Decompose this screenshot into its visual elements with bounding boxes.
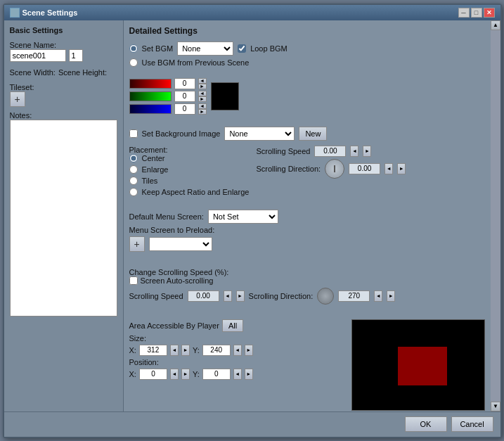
- pos-x-input[interactable]: [139, 369, 167, 380]
- blue-color-bar[interactable]: [129, 104, 172, 114]
- auto-scroll-dir-label: Scrolling Direction:: [249, 292, 314, 300]
- area-player-all-button[interactable]: All: [222, 319, 243, 332]
- scene-dimensions-row: Scene Width: Scene Height:: [10, 68, 117, 77]
- green-down-arrow[interactable]: ►: [198, 96, 207, 102]
- size-xy-row: X: ◄ ► Y: ◄ ►: [129, 345, 346, 356]
- enlarge-label: Enlarge: [142, 165, 169, 174]
- notes-area[interactable]: [10, 120, 117, 317]
- auto-scroll-row: Screen Auto-scrolling: [129, 276, 485, 285]
- green-slider-row: ◄ ►: [129, 91, 207, 102]
- red-color-bar[interactable]: [129, 79, 172, 89]
- pos-x-right-arrow[interactable]: ►: [181, 369, 190, 380]
- bgm-dropdown[interactable]: None: [177, 41, 233, 56]
- green-spin: ◄ ►: [198, 91, 207, 102]
- bgm-section: Set BGM None Loop BGM: [129, 41, 485, 56]
- placement-radios: Center Enlarge Tiles Keep Aspect Ra: [129, 154, 250, 198]
- placement-section: Placement: Center Enlarge Tiles: [129, 146, 485, 198]
- tiles-radio[interactable]: [129, 177, 138, 185]
- red-value-input[interactable]: [174, 78, 195, 89]
- knob-indicator: [334, 165, 335, 172]
- loop-bgm-checkbox[interactable]: [238, 44, 246, 53]
- menu-preload-dropdown[interactable]: [149, 237, 212, 251]
- bg-image-row: Set Background Image None New: [129, 127, 485, 141]
- direction-knob[interactable]: [325, 159, 344, 179]
- menu-preload-label: Menu Screen to Preload:: [129, 226, 215, 234]
- auto-scroll-speed-input[interactable]: [188, 290, 219, 302]
- add-tileset-button[interactable]: +: [10, 91, 25, 107]
- auto-scroll-direction-knob[interactable]: [317, 288, 334, 305]
- scrolling-section: Scrolling Speed ◄ ► Scrolling Direction:…: [256, 146, 406, 198]
- center-label: Center: [142, 154, 165, 162]
- scrolling-direction-input[interactable]: [349, 163, 380, 174]
- scroll-dir-left-arrow[interactable]: ◄: [385, 163, 393, 174]
- auto-scroll-speed-left-arrow[interactable]: ◄: [224, 290, 232, 302]
- add-menu-preload-button[interactable]: +: [129, 236, 145, 252]
- detailed-settings-header: Detailed Settings: [129, 26, 485, 36]
- new-button[interactable]: New: [299, 127, 327, 141]
- red-slider-row: ◄ ►: [129, 78, 207, 89]
- auto-scroll-dir-right-arrow[interactable]: ►: [387, 290, 395, 302]
- change-scroll-label: Change Scrolling Speed (%):: [129, 268, 485, 276]
- blue-down-arrow[interactable]: ►: [198, 109, 207, 115]
- scroll-dir-right-arrow[interactable]: ►: [397, 163, 406, 174]
- auto-scroll-dir-input[interactable]: [338, 290, 370, 302]
- default-menu-dropdown[interactable]: Not Set: [208, 210, 278, 224]
- area-red-rect: [398, 347, 447, 385]
- scroll-speed-right-arrow[interactable]: ►: [363, 146, 371, 157]
- size-y-left-arrow[interactable]: ◄: [233, 345, 242, 356]
- tileset-label: Tileset:: [10, 83, 117, 91]
- red-up-arrow[interactable]: ◄: [198, 78, 207, 84]
- pos-x-left-arrow[interactable]: ◄: [170, 369, 179, 380]
- cancel-button[interactable]: Cancel: [451, 416, 493, 432]
- titlebar-left: Scene Settings: [10, 8, 78, 18]
- scroll-track[interactable]: [491, 30, 500, 402]
- use-bgm-prev-radio[interactable]: [129, 58, 138, 67]
- center-radio-row: Center: [129, 154, 250, 162]
- size-x-right-arrow[interactable]: ►: [181, 345, 190, 356]
- scene-name-input[interactable]: [10, 49, 66, 62]
- minimize-button[interactable]: ─: [458, 8, 470, 18]
- size-y-input[interactable]: [202, 345, 231, 356]
- blue-slider-row: ◄ ►: [129, 103, 207, 115]
- keep-aspect-radio[interactable]: [129, 188, 138, 196]
- maximize-button[interactable]: □: [471, 8, 482, 18]
- basic-settings-header: Basic Settings: [10, 26, 117, 34]
- enlarge-radio[interactable]: [129, 165, 138, 174]
- close-button[interactable]: ✕: [484, 8, 495, 18]
- size-x-left-arrow[interactable]: ◄: [170, 345, 179, 356]
- scroll-down-button[interactable]: ▼: [491, 402, 500, 411]
- bg-image-dropdown[interactable]: None: [224, 127, 295, 141]
- center-radio[interactable]: [129, 154, 138, 162]
- position-label: Position:: [129, 358, 159, 366]
- set-bgm-radio[interactable]: [129, 44, 138, 53]
- screen-auto-scroll-checkbox[interactable]: [129, 276, 138, 285]
- blue-value-input[interactable]: [174, 103, 195, 115]
- scrolling-speed-input[interactable]: [314, 146, 346, 157]
- pos-y-right-arrow[interactable]: ►: [245, 369, 253, 380]
- scroll-up-button[interactable]: ▲: [491, 20, 500, 30]
- green-color-bar[interactable]: [129, 91, 172, 101]
- scene-name-field: Scene Name:: [10, 41, 117, 64]
- use-bgm-prev-label: Use BGM from Previous Scene: [142, 58, 250, 67]
- pos-y-input[interactable]: [202, 369, 231, 380]
- green-up-arrow[interactable]: ◄: [198, 91, 207, 96]
- blue-up-arrow[interactable]: ◄: [198, 103, 207, 109]
- color-sliders-group: ◄ ► ◄ ►: [129, 78, 485, 115]
- position-label-row: Position:: [129, 358, 346, 366]
- red-down-arrow[interactable]: ►: [198, 84, 207, 89]
- default-menu-label: Default Menu Screen:: [129, 212, 204, 221]
- scene-num-input[interactable]: [69, 49, 83, 62]
- detailed-settings-panel: Detailed Settings Set BGM None Loop BGM …: [124, 20, 491, 411]
- size-x-input[interactable]: [139, 345, 167, 356]
- green-value-input[interactable]: [174, 91, 195, 102]
- auto-scroll-controls-row: Scrolling Speed ◄ ► Scrolling Direction:…: [129, 288, 485, 305]
- basic-settings-panel: Basic Settings Scene Name: Scene Width: …: [4, 20, 124, 411]
- set-bg-image-checkbox[interactable]: [129, 129, 138, 138]
- scroll-speed-left-arrow[interactable]: ◄: [350, 146, 358, 157]
- ok-button[interactable]: OK: [405, 416, 447, 432]
- size-y-right-arrow[interactable]: ►: [245, 345, 253, 356]
- auto-scroll-speed-right-arrow[interactable]: ►: [236, 290, 245, 302]
- pos-y-left-arrow[interactable]: ◄: [233, 369, 242, 380]
- notes-label: Notes:: [10, 111, 117, 120]
- auto-scroll-dir-left-arrow[interactable]: ◄: [374, 290, 382, 302]
